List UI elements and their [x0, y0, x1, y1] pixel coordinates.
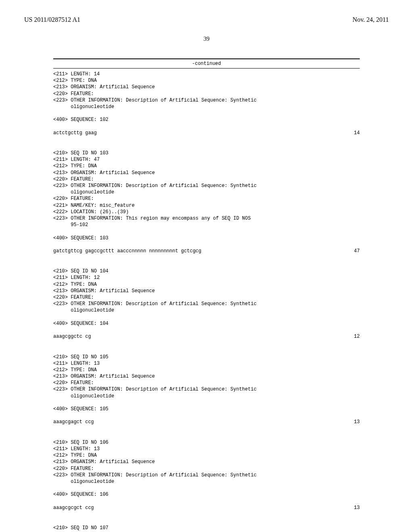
- publication-number: US 2011/0287512 A1: [24, 16, 80, 23]
- sequence-entry: <210> SEQ ID NO 106<211> LENGTH: 13<212>…: [53, 439, 360, 517]
- meta-line: <212> TYPE: DNA: [53, 281, 360, 288]
- meta-line: <221> NAME/KEY: misc_feature: [53, 202, 360, 209]
- meta-line: <211> LENGTH: 47: [53, 156, 360, 163]
- sequence-length: 47: [354, 248, 360, 254]
- sequence-text: actctgcttg gaag: [53, 130, 97, 136]
- meta-line: <212> TYPE: DNA: [53, 367, 360, 373]
- meta-line: <220> FEATURE:: [53, 176, 360, 183]
- sequence-text: aaagcgagct ccg: [53, 419, 94, 425]
- meta-line: oligonucleotide: [53, 189, 360, 195]
- sequence-entry: <210> SEQ ID NO 107<211> LENGTH: 13<212>…: [53, 525, 360, 532]
- sequence-entry: <211> LENGTH: 14<212> TYPE: DNA<213> ORG…: [53, 71, 360, 143]
- meta-line: <220> FEATURE:: [53, 466, 360, 472]
- sequence-entry: <210> SEQ ID NO 103<211> LENGTH: 47<212>…: [53, 150, 360, 261]
- meta-line: oligonucleotide: [53, 307, 360, 314]
- sequence-line: actctgcttg gaag14: [53, 130, 360, 136]
- sequence-label: <400> SEQUENCE: 102: [53, 116, 360, 123]
- meta-line: <213> ORGANISM: Artificial Sequence: [53, 288, 360, 294]
- meta-line: <213> ORGANISM: Artificial Sequence: [53, 170, 360, 176]
- meta-line: <212> TYPE: DNA: [53, 77, 360, 84]
- meta-line: <210> SEQ ID NO 104: [53, 268, 360, 274]
- sequence-label: <400> SEQUENCE: 106: [53, 491, 360, 498]
- meta-line: <223> OTHER INFORMATION: This region may…: [53, 215, 360, 222]
- meta-line: <211> LENGTH: 13: [53, 360, 360, 367]
- meta-line: oligonucleotide: [53, 393, 360, 399]
- meta-line: 95-102: [53, 222, 360, 228]
- sequence-line: aaagcgagct ccg13: [53, 419, 360, 425]
- meta-line: <223> OTHER INFORMATION: Description of …: [53, 183, 360, 189]
- meta-line: <223> OTHER INFORMATION: Description of …: [53, 386, 360, 393]
- sequence-label: <400> SEQUENCE: 104: [53, 320, 360, 327]
- meta-line: oligonucleotide: [53, 104, 360, 110]
- page-header: US 2011/0287512 A1 Nov. 24, 2011: [24, 16, 389, 23]
- meta-line: <222> LOCATION: (26)..(39): [53, 209, 360, 215]
- publication-date: Nov. 24, 2011: [353, 16, 389, 23]
- meta-line: <223> OTHER INFORMATION: Description of …: [53, 472, 360, 478]
- sequence-entry: <210> SEQ ID NO 104<211> LENGTH: 12<212>…: [53, 268, 360, 346]
- page-number: 39: [24, 35, 389, 42]
- rule-top: [53, 58, 360, 59]
- sequence-line: gatctgttcg gagccgcttt aacccnnnnn nnnnnnn…: [53, 248, 360, 254]
- meta-line: <211> LENGTH: 12: [53, 274, 360, 281]
- meta-line: <210> SEQ ID NO 105: [53, 354, 360, 360]
- sequence-text: aaagcgcgct ccg: [53, 505, 94, 511]
- meta-line: <220> FEATURE:: [53, 195, 360, 202]
- sequence-text: gatctgttcg gagccgcttt aacccnnnnn nnnnnnn…: [53, 248, 201, 254]
- meta-line: <210> SEQ ID NO 103: [53, 150, 360, 156]
- meta-line: <220> FEATURE:: [53, 91, 360, 97]
- sequence-text: aaagcggctc cg: [53, 333, 91, 340]
- meta-line: <211> LENGTH: 13: [53, 446, 360, 452]
- sequence-label: <400> SEQUENCE: 105: [53, 406, 360, 412]
- meta-line: <213> ORGANISM: Artificial Sequence: [53, 84, 360, 90]
- sequence-length: 13: [354, 505, 360, 511]
- meta-line: <220> FEATURE:: [53, 294, 360, 301]
- continued-label: -continued: [53, 61, 360, 66]
- sequence-length: 14: [354, 130, 360, 136]
- sequence-listing: <211> LENGTH: 14<212> TYPE: DNA<213> ORG…: [53, 71, 360, 532]
- meta-line: <223> OTHER INFORMATION: Description of …: [53, 97, 360, 104]
- sequence-length: 13: [354, 419, 360, 425]
- meta-line: <213> ORGANISM: Artificial Sequence: [53, 373, 360, 380]
- meta-line: <212> TYPE: DNA: [53, 452, 360, 459]
- meta-line: <210> SEQ ID NO 107: [53, 525, 360, 531]
- meta-line: <223> OTHER INFORMATION: Description of …: [53, 301, 360, 307]
- sequence-label: <400> SEQUENCE: 103: [53, 235, 360, 241]
- sequence-entry: <210> SEQ ID NO 105<211> LENGTH: 13<212>…: [53, 354, 360, 432]
- sequence-line: aaagcgcgct ccg13: [53, 505, 360, 511]
- sequence-length: 12: [354, 333, 360, 340]
- meta-line: oligonucleotide: [53, 478, 360, 485]
- meta-line: <212> TYPE: DNA: [53, 163, 360, 169]
- meta-line: <210> SEQ ID NO 106: [53, 439, 360, 446]
- sequence-line: aaagcggctc cg12: [53, 333, 360, 340]
- meta-line: <220> FEATURE:: [53, 380, 360, 386]
- meta-line: <213> ORGANISM: Artificial Sequence: [53, 459, 360, 465]
- meta-line: <211> LENGTH: 14: [53, 71, 360, 77]
- rule-mid: [53, 68, 360, 69]
